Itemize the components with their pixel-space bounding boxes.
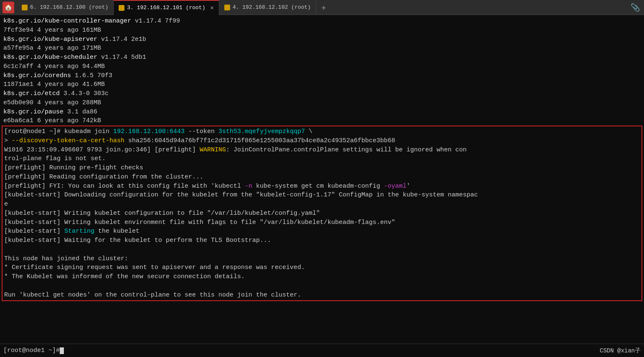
output-line: [kubelet-start] Writing kubelet environm…: [4, 218, 640, 227]
new-tab-button[interactable]: ＋: [318, 2, 330, 13]
output-line: [kubelet-start] Waiting for the kubelet …: [4, 236, 640, 245]
prompt: [root@node1 ~]#: [4, 128, 64, 135]
output-line: [preflight] Reading configuration from t…: [4, 173, 640, 182]
command-section: [root@node1 ~]# kubeadm join 192.168.12.…: [2, 126, 642, 301]
oyaml-flag: -oyaml: [384, 183, 406, 190]
output-line: [kubelet-start] Downloading configuratio…: [4, 191, 640, 200]
cmd-text: kubeadm join: [64, 128, 113, 135]
tab-icon-2: [119, 5, 124, 11]
starting-keyword: Starting: [64, 228, 94, 235]
tab-2-close[interactable]: ✕: [210, 4, 213, 11]
ip-port: 192.168.12.100:6443: [113, 128, 185, 135]
output-line: [preflight] FYI: You can look at this co…: [4, 182, 640, 191]
discovery-flag: --discovery-token-ca-cert-hash: [12, 137, 124, 144]
terminal-line: 6c1c7aff 4 years ago 94.4MB: [3, 62, 641, 71]
status-bar: [root@node1 ~]# CSDN @xian子: [0, 344, 644, 357]
token-value: 3sth53.mqefyjvempzkqqp7: [218, 128, 305, 135]
terminal-line: k8s.gcr.io/kube-scheduler v1.17.4 5db1: [3, 53, 641, 62]
tab-icon-1: [22, 5, 28, 10]
output-line: [kubelet-start] Writing kubelet configur…: [4, 209, 640, 218]
final-prompt: [root@node1 ~]#: [3, 347, 60, 354]
tab-3[interactable]: 4. 192.168.12.102 (root): [219, 0, 316, 15]
tab-1-label: 6. 192.168.12.100 (root): [30, 4, 108, 10]
terminal-line: a57fe95a 4 years ago 171MB: [3, 44, 641, 53]
warning-line-cont: trol-plane flag is not set.: [4, 154, 640, 163]
warning-line: W1016 23:15:09.496607 9793 join.go:346] …: [4, 146, 640, 155]
output-line: Run 'kubectl get nodes' on the control-p…: [4, 291, 640, 300]
cursor: [60, 347, 64, 354]
output-line: [preflight] Running pre-flight checks: [4, 163, 640, 173]
terminal-area[interactable]: k8s.gcr.io/kube-controller-manager v1.17…: [0, 15, 644, 344]
watermark: CSDN @xian子: [600, 347, 641, 354]
command-line-2: > --discovery-token-ca-cert-hash sha256:…: [4, 136, 640, 146]
home-icon[interactable]: 🏠: [3, 2, 14, 13]
warning-keyword: WARNING: [200, 146, 226, 153]
output-line-blank: [4, 282, 640, 291]
terminal-line: k8s.gcr.io/kube-controller-manager v1.17…: [3, 17, 641, 26]
command-line-1: [root@node1 ~]# kubeadm join 192.168.12.…: [4, 127, 640, 136]
cmd-backslash: \: [305, 128, 312, 135]
tab-3-label: 4. 192.168.12.102 (root): [233, 4, 311, 10]
terminal-line: 11871ae1 4 years ago 41.6MB: [3, 80, 641, 89]
cmd-token-flag: --token: [185, 128, 218, 135]
paperclip-icon: 📎: [631, 3, 640, 12]
terminal-line: k8s.gcr.io/pause 3.1 da86: [3, 108, 641, 117]
tab-icon-3: [224, 5, 230, 10]
n-flag: -n: [245, 183, 252, 190]
continuation-prompt: >: [4, 137, 12, 144]
terminal-line: k8s.gcr.io/etcd 3.4.3-0 303c: [3, 89, 641, 98]
output-line: This node has joined the cluster:: [4, 254, 640, 264]
output-line: * The Kubelet was informed of the new se…: [4, 272, 640, 282]
terminal-line: k8s.gcr.io/coredns 1.6.5 70f3: [3, 71, 641, 80]
tab-2-label: 3. 192.168.12.101 (root): [127, 5, 205, 11]
tab-1[interactable]: 6. 192.168.12.100 (root): [17, 0, 114, 15]
terminal-line: e6ba6ca1 6 years ago 742kB: [3, 116, 641, 126]
output-line: e: [4, 200, 640, 209]
terminal-line: 7fcf3e94 4 years ago 161MB: [3, 26, 641, 35]
output-line: * Certificate signing request was sent t…: [4, 263, 640, 272]
hash-value: sha256:6045d94a76bf7f1c2d31715f865e12550…: [124, 137, 395, 144]
terminal-line: k8s.gcr.io/kube-apiserver v1.17.4 2e1b: [3, 35, 641, 44]
terminal-line: e5db0e90 4 years ago 288MB: [3, 98, 641, 108]
tab-bar: 🏠 6. 192.168.12.100 (root) 3. 192.168.12…: [0, 0, 644, 15]
output-line: [kubelet-start] Starting the kubelet: [4, 227, 640, 236]
output-line-blank: [4, 245, 640, 254]
tab-2[interactable]: 3. 192.168.12.101 (root) ✕: [114, 0, 219, 15]
